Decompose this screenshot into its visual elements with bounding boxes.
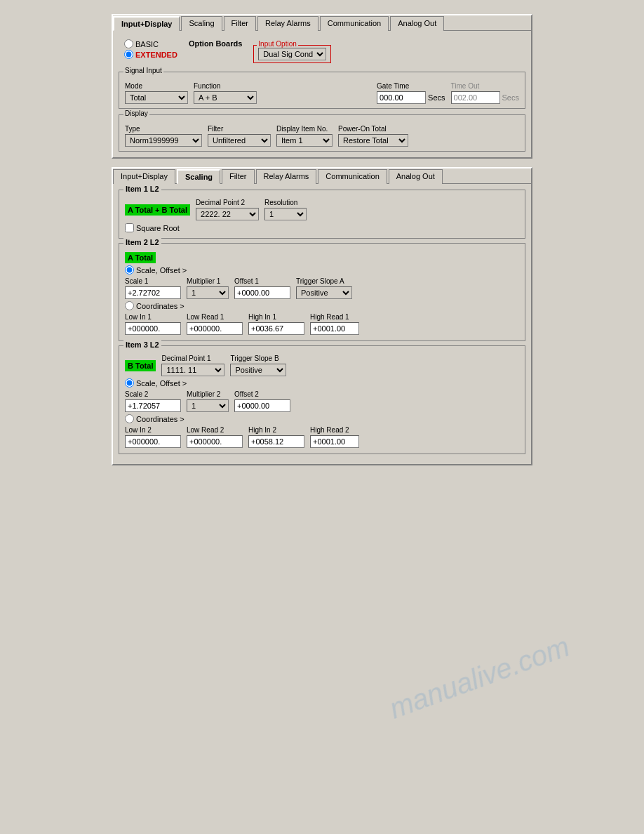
low-read1-field: Low Read 1 <box>187 313 243 335</box>
resolution-label: Resolution <box>264 199 307 206</box>
display-legend: Display <box>123 110 149 117</box>
item3-scale-offset-radio-input[interactable] <box>125 378 134 388</box>
item2-legend: Item 2 L2 <box>123 238 161 246</box>
item3-legend: Item 3 L2 <box>123 340 161 349</box>
high-read2-input[interactable] <box>310 435 359 448</box>
item1-section: Item 1 L2 A Total + B Total Decimal Poin… <box>119 190 525 239</box>
basic-radio-item[interactable]: BASIC <box>124 39 177 48</box>
extended-radio-item[interactable]: EXTENDED <box>124 50 177 59</box>
square-root-checkbox[interactable] <box>125 223 134 232</box>
extended-label: EXTENDED <box>135 51 177 59</box>
multiplier1-select[interactable]: 1 <box>187 286 229 299</box>
decimal-point-1-label: Decimal Point 1 <box>161 355 224 362</box>
basic-label: BASIC <box>135 40 159 48</box>
trigger-slope-a-field: Trigger Slope A Positive <box>296 277 352 299</box>
coordinates-radio-input[interactable] <box>125 301 134 310</box>
item3-scale-offset-radio[interactable]: Scale, Offset > <box>125 378 519 388</box>
offset1-field: Offset 1 <box>234 277 290 299</box>
tab-relay-alarms-1[interactable]: Relay Alarms <box>257 16 318 31</box>
tab-analog-out-1[interactable]: Analog Out <box>390 16 444 31</box>
high-in1-field: High In 1 <box>248 313 304 335</box>
high-read1-field: High Read 1 <box>310 313 359 335</box>
signal-input-row: Mode Total Function A + B Gate Time <box>125 82 519 104</box>
basic-radio[interactable] <box>124 39 133 48</box>
type-field: Type Norm1999999 <box>125 125 202 147</box>
high-in1-input[interactable] <box>248 322 304 335</box>
item3-row1: B Total Decimal Point 1 1111. 11 Trigger… <box>125 355 519 376</box>
function-select[interactable]: A + B <box>194 91 257 104</box>
item3-coordinates-radio[interactable]: Coordinates > <box>125 414 519 423</box>
function-field: Function A + B <box>194 82 257 104</box>
scale-offset-radio[interactable]: Scale, Offset > <box>125 265 519 274</box>
offset1-label: Offset 1 <box>234 277 290 285</box>
coordinates-radio[interactable]: Coordinates > <box>125 301 519 310</box>
tab-relay-alarms-2[interactable]: Relay Alarms <box>256 169 317 184</box>
low-read1-label: Low Read 1 <box>187 313 243 321</box>
panel-input-display: Input+Display Scaling Filter Relay Alarm… <box>112 14 532 159</box>
display-item-select[interactable]: Item 1 <box>276 134 333 147</box>
gate-time-input[interactable] <box>377 91 426 104</box>
high-in2-input[interactable] <box>248 435 304 448</box>
low-read1-input[interactable] <box>187 322 243 335</box>
tab-communication-1[interactable]: Communication <box>320 16 389 31</box>
power-on-select[interactable]: Restore Total <box>338 134 408 147</box>
watermark: manualive.com <box>385 630 573 724</box>
offset1-input[interactable] <box>234 286 290 299</box>
tab-scaling-2[interactable]: Scaling <box>177 169 220 184</box>
high-read2-label: High Read 2 <box>310 426 359 434</box>
scale-offset-radio-input[interactable] <box>125 265 134 274</box>
offset2-input[interactable] <box>234 399 290 412</box>
filter-field: Filter Unfiltered <box>208 125 271 147</box>
input-option-select[interactable]: Dual Sig Cond <box>258 48 326 60</box>
square-root-item: Square Root <box>125 223 519 232</box>
tab-bar-2: Input+Display Scaling Filter Relay Alarm… <box>113 168 531 184</box>
filter-select[interactable]: Unfiltered <box>208 134 271 147</box>
low-in1-input[interactable] <box>125 322 181 335</box>
mode-select[interactable]: Total <box>125 91 188 104</box>
type-select[interactable]: Norm1999999 <box>125 134 202 147</box>
low-read2-input[interactable] <box>187 435 243 448</box>
mode-label: Mode <box>125 82 188 90</box>
item3-display-value: B Total <box>125 360 156 371</box>
option-boards-label: Option Boards <box>189 39 242 48</box>
decimal-point-2-field: Decimal Point 2 2222. 22 <box>196 199 259 220</box>
item3-scale-row: Scale 2 Multiplier 2 1 Offset 2 <box>125 390 519 412</box>
tab-input-display-1[interactable]: Input+Display <box>113 16 180 31</box>
tab-filter-1[interactable]: Filter <box>224 16 256 31</box>
item3-coordinates-radio-input[interactable] <box>125 414 134 423</box>
display-section: Display Type Norm1999999 Filter Unfilter… <box>119 114 525 152</box>
function-label: Function <box>194 82 257 90</box>
power-on-field: Power-On Total Restore Total <box>338 125 408 147</box>
scale1-label: Scale 1 <box>125 277 181 285</box>
low-in2-field: Low In 2 <box>125 426 181 448</box>
item1-row1: A Total + B Total Decimal Point 2 2222. … <box>125 199 519 220</box>
time-out-input[interactable] <box>451 91 500 104</box>
trigger-slope-b-select[interactable]: Positive <box>230 364 286 376</box>
item3-coords-row: Low In 2 Low Read 2 High In 2 High Read … <box>125 426 519 448</box>
time-out-label: Time Out <box>451 82 519 90</box>
high-read2-field: High Read 2 <box>310 426 359 448</box>
tab-analog-out-2[interactable]: Analog Out <box>389 169 443 184</box>
tab-communication-2[interactable]: Communication <box>318 169 387 184</box>
low-in2-input[interactable] <box>125 435 181 448</box>
tab-filter-2[interactable]: Filter <box>222 169 254 184</box>
high-read1-input[interactable] <box>310 322 359 335</box>
tab-content-2: Item 1 L2 A Total + B Total Decimal Poin… <box>113 184 531 464</box>
options-row: BASIC EXTENDED Option Boards Input Optio… <box>119 37 525 66</box>
decimal-point-2-select[interactable]: 2222. 22 <box>196 208 259 220</box>
tab-scaling-1[interactable]: Scaling <box>181 16 222 31</box>
trigger-slope-b-field: Trigger Slope B Positive <box>230 355 286 376</box>
scale1-field: Scale 1 <box>125 277 181 299</box>
high-in2-label: High In 2 <box>248 426 304 434</box>
resolution-select[interactable]: 1 <box>264 208 307 220</box>
trigger-slope-a-select[interactable]: Positive <box>296 286 352 299</box>
extended-radio[interactable] <box>124 50 133 59</box>
tab-input-display-2[interactable]: Input+Display <box>113 169 175 184</box>
decimal-point-1-select[interactable]: 1111. 11 <box>161 364 224 376</box>
item1-legend: Item 1 L2 <box>123 185 161 193</box>
scale1-input[interactable] <box>125 286 181 299</box>
scale2-input[interactable] <box>125 399 181 412</box>
item2-display-value: A Total <box>125 252 156 263</box>
tab-content-1: BASIC EXTENDED Option Boards Input Optio… <box>113 31 531 157</box>
multiplier2-select[interactable]: 1 <box>187 399 229 412</box>
